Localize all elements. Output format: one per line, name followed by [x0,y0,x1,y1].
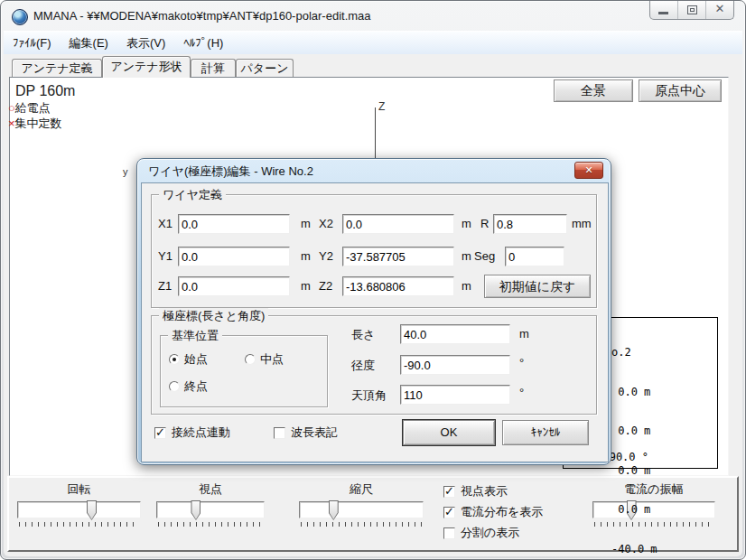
info-line: -40.0 m [611,543,657,556]
tab-pattern[interactable]: パターン [236,59,294,77]
menu-edit[interactable]: 編集(E) [61,33,117,54]
checkbox-icon [443,527,455,539]
checkbox-icon [443,486,455,498]
y2-input[interactable] [342,247,454,266]
radio-label: 始点 [184,351,208,368]
maximize-icon [687,5,697,14]
z1-input[interactable] [178,276,290,296]
radio-label: 終点 [184,378,208,395]
reset-defaults-button[interactable]: 初期値に戻す [484,275,591,298]
rotation-slider[interactable] [17,501,141,518]
close-button[interactable]: ✕ [705,1,733,19]
zenith-angle-input[interactable] [400,385,510,405]
length-input[interactable] [400,324,510,344]
radio-end-point[interactable]: 終点 [169,378,208,395]
tab-antenna-shape[interactable]: アンテナ形状 [102,56,191,78]
checkbox-icon [443,507,455,518]
z2-input[interactable] [342,276,454,296]
current-distribution-checkbox[interactable]: 電流分布を表示 [443,504,543,520]
viewpoint-slider[interactable] [156,501,265,518]
z-axis-label: Z [378,100,385,113]
x2-unit: m [462,217,471,230]
x2-input[interactable] [342,214,454,234]
length-unit: m [519,327,529,341]
seg-label: Seg [474,249,495,263]
scale-slider-label: 縮尺 [299,480,424,501]
scale-slider[interactable] [299,501,424,518]
polar-coordinates-legend: 極座標(長さと角度) [159,308,268,324]
r-label: R [480,217,489,230]
viewpoint-slider-group: 視点 [156,480,265,527]
checkbox-icon [274,427,285,439]
menu-view[interactable]: 表示(V) [117,33,174,54]
z-axis-line [375,107,376,159]
reference-position-group: 基準位置 [160,335,328,407]
dialog-title: ワイヤ(極座標)編集 - Wire No.2 [148,163,313,180]
info-line: o.2 [611,346,657,359]
y-axis-label: y [123,166,128,177]
dialog-close-button[interactable]: ✕ [574,162,603,179]
minimize-button[interactable] [650,1,677,19]
azimuth-input[interactable] [400,355,510,375]
azimuth-unit: ° [519,356,524,369]
azimuth-label: 径度 [351,358,375,374]
lumped-constant-icon: × [8,117,15,130]
feed-point-icon: ○ [8,101,15,115]
dialog-body: ワイヤ定義 X1 m X2 m R mm Y1 m Y2 m Seg Z1 m [141,182,609,462]
checkbox-label: 視点表示 [461,483,508,499]
slider-ticks [158,522,263,527]
tab-antenna-definition[interactable]: アンテナ定義 [12,59,102,77]
full-view-button[interactable]: 全景 [554,79,633,102]
wavelength-notation-checkbox[interactable]: 波長表記 [274,425,338,441]
title-bar: MMANA - ¥¥MODENA¥makoto¥tmp¥ANT¥dp160-po… [4,3,742,30]
radio-middle-point[interactable]: 中点 [245,351,284,368]
ok-button[interactable]: OK [403,420,495,445]
info-line: 0.0 m [611,503,657,517]
y2-unit: m [462,249,471,263]
z2-unit: m [462,279,471,293]
cancel-button[interactable]: ｷｬﾝｾﾙ [502,420,589,445]
segment-display-checkbox[interactable]: 分割の表示 [443,525,519,541]
legend-feed-point: ○給電点 [8,100,51,117]
link-connection-checkbox[interactable]: 接続点連動 [154,425,230,441]
lumped-constant-label: 集中定数 [15,117,62,130]
slider-thumb[interactable] [329,500,339,520]
main-window: MMANA - ¥¥MODENA¥makoto¥tmp¥ANT¥dp160-po… [0,0,746,560]
reference-position-legend: 基準位置 [168,328,222,344]
info-line: 0.0 m [611,464,657,478]
z1-unit: m [301,279,311,293]
wire-definition-legend: ワイヤ定義 [159,187,226,203]
y2-label: Y2 [319,249,333,263]
menu-file[interactable]: ﾌｧｲﾙ(F) [4,33,61,54]
seg-input[interactable] [505,247,564,266]
slider-thumb[interactable] [87,500,97,520]
info-line: 0.0 m [611,386,657,399]
r-input[interactable] [493,214,567,234]
radio-start-point[interactable]: 始点 [169,351,208,368]
z2-label: Z2 [319,279,332,293]
info-line: 0.0 m [611,425,657,438]
slider-thumb[interactable] [191,500,200,520]
tab-calculate[interactable]: 計算 [191,59,236,77]
radio-icon [169,381,180,392]
radio-label: 中点 [260,351,284,368]
x1-unit: m [301,217,311,230]
checkbox-icon [154,427,166,439]
menu-help[interactable]: ﾍﾙﾌﾟ(H) [174,33,232,54]
legend-lumped-constant: ×集中定数 [8,116,62,132]
close-icon: ✕ [575,163,602,178]
origin-center-button[interactable]: 原点中心 [639,79,722,102]
y1-input[interactable] [178,247,290,266]
checkbox-label: 波長表記 [291,425,338,441]
radio-icon [245,354,256,365]
zenith-angle-unit: ° [519,386,524,399]
checkbox-label: 分割の表示 [461,525,519,541]
y1-label: Y1 [158,249,173,263]
minimize-icon [658,12,668,14]
x1-input[interactable] [178,214,290,234]
viewpoint-display-checkbox[interactable]: 視点表示 [443,483,508,499]
maximize-button[interactable] [677,1,705,19]
model-title: DP 160m [15,83,75,99]
scale-slider-group: 縮尺 [299,480,424,527]
r-unit: mm [572,217,592,230]
